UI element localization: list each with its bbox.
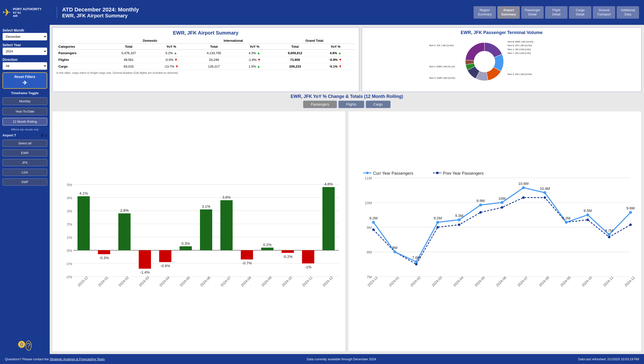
- bottom-chart-title: EWR, JFK YoY % Change & Totals (12 Month…: [52, 94, 642, 99]
- logo-text: PORT AUTHORITY NY NJ AIR: [13, 7, 42, 18]
- donut-label: Term 5: JFK 1.3M (13.4%): [429, 44, 454, 47]
- header: ✈ PORT AUTHORITY NY NJ AIR ATD December …: [0, 0, 644, 25]
- chart-tab-passengers[interactable]: Passengers: [303, 101, 337, 108]
- month-select[interactable]: December November October: [2, 33, 47, 40]
- x-axis-label: 2024-09: [260, 276, 272, 288]
- curr-dot: [629, 211, 632, 214]
- tab-flight-detail[interactable]: FlightDetail: [545, 6, 568, 19]
- bar-rect: [282, 250, 294, 253]
- tab-ground-transport[interactable]: GroundTransport: [593, 6, 615, 19]
- dom-total-cell: 83,016: [108, 63, 150, 70]
- arrow-down-icon: ▼: [258, 58, 261, 62]
- y-axis-label: 5%: [67, 183, 72, 187]
- tab-cargo-detail[interactable]: CargoDetail: [569, 6, 591, 19]
- table-row: Passengers 5,476,107 5.2% ▲ 4,133,705 4.…: [56, 50, 355, 56]
- x-axis-label: 2024-08: [240, 276, 252, 288]
- col-header-int-yoy: YoY %: [235, 44, 274, 50]
- gt-total-cell: 73,809: [274, 56, 316, 63]
- legend-dot: [366, 172, 368, 174]
- tab-passenger-detail[interactable]: PassengerDetail: [521, 6, 544, 19]
- curr-value-label: 9.2M: [370, 216, 378, 220]
- arrow-up-icon: ▲: [257, 64, 260, 68]
- filter-icons: ☰ ◇: [41, 134, 47, 137]
- filter-icon-1[interactable]: ☰: [41, 134, 44, 137]
- airport-select-all-button[interactable]: Select all: [2, 140, 47, 147]
- filter-icon-2[interactable]: ◇: [45, 134, 47, 137]
- header-title: ATD December 2024: Monthly EWR, JFK Airp…: [57, 6, 474, 19]
- gt-yoy-cell: -5.1% ▼: [316, 63, 355, 70]
- timeframe-monthly-button[interactable]: Monthly: [2, 98, 47, 105]
- y-axis-label: 3%: [67, 209, 72, 213]
- x-axis-label: 2023-12: [77, 276, 89, 288]
- airport-jfk-button[interactable]: JFK: [2, 159, 47, 166]
- footer-contact: Questions? Please contact the Strategic …: [5, 357, 105, 361]
- bar-rect: [180, 246, 192, 250]
- bar-rect: [200, 210, 212, 250]
- footer-last-refreshed: Data last refreshed: 2/1/2025 10:03:19 P…: [578, 357, 639, 361]
- sidebar: Select Month December November October S…: [0, 25, 50, 354]
- curr-value-label: 9.3M: [455, 214, 463, 218]
- x-axis-label: 2024-01: [97, 276, 109, 288]
- donut-card: EWR, JFK Passenger Terminal Volume Term …: [362, 27, 642, 92]
- bar-rect: [98, 250, 110, 254]
- y-axis-label: -1%: [66, 262, 72, 266]
- gt-yoy-cell: -0.9% ▼: [316, 56, 355, 63]
- x-axis-label: 2024-03: [431, 276, 443, 288]
- x-axis-label: 2024-10: [281, 276, 293, 288]
- curr-value-label: 8.7M: [605, 228, 613, 232]
- airport-lga-button[interactable]: LGA: [2, 169, 47, 176]
- line-chart-svg: 7M8M9M10M11M9.2M8M7.6M9.2M9.3M9.9M10M10.…: [351, 114, 639, 349]
- timeframe-ytd-button[interactable]: Year-To-Date: [2, 108, 47, 115]
- help-icon[interactable]: ⓿?: [2, 341, 47, 350]
- airport-filter-header: Airport T ☰ ◇: [2, 134, 47, 137]
- col-header-dom-yoy: YoY %: [150, 44, 193, 50]
- donut-label: Term A: EWR 1.5M (15.1%): [429, 65, 455, 68]
- direction-select[interactable]: All Domestic International: [2, 62, 47, 70]
- curr-dot: [522, 186, 525, 189]
- reset-filters-button[interactable]: Reset Filters ✈: [2, 72, 47, 89]
- summary-table-card: EWR, JFK Airport Summary Domestic Intern…: [52, 27, 359, 92]
- curr-value-label: 9.2M: [434, 216, 442, 220]
- timeframe-12month-button[interactable]: 12 Month Rolling: [2, 118, 47, 126]
- summary-table: Domestic International Grand Total Categ…: [56, 38, 355, 70]
- curr-value-label: 9.2M: [562, 216, 570, 220]
- tab-region-summary[interactable]: RegionSummary: [474, 6, 496, 19]
- dom-yoy-cell: 5.2% ▲: [150, 50, 193, 56]
- bar-label: -0.3%: [99, 256, 109, 260]
- airport-swf-button[interactable]: SWF: [2, 178, 47, 186]
- table-row: Flights 49,561 -0.5% ▼ 24,248 -1.8% ▼ 73…: [56, 56, 355, 63]
- nav-tabs: RegionSummary AirportSummary PassengerDe…: [474, 6, 639, 19]
- year-select[interactable]: 2024 2023 2022: [2, 48, 47, 55]
- bar-rect: [78, 196, 90, 250]
- y-axis-label: 7M: [367, 275, 372, 279]
- table-note: In this table, cargo refers to freight c…: [56, 71, 355, 74]
- x-axis-label: 2024-12: [322, 276, 334, 288]
- legend-label: Curr Year Passengers: [373, 171, 413, 176]
- arrow-down-icon: ▼: [339, 64, 342, 68]
- category-cell: Flights: [56, 56, 108, 63]
- footer-link[interactable]: Strategic Analysis & Forecasting Team: [50, 357, 105, 361]
- x-axis-label: 2024-04: [452, 276, 464, 288]
- col-header-dom-total: Total: [108, 44, 150, 50]
- airport-ewr-button[interactable]: EWR: [2, 149, 47, 156]
- tab-airport-summary[interactable]: AirportSummary: [498, 6, 520, 19]
- gt-total-cell: 209,233: [274, 63, 316, 70]
- chart-tab-cargo[interactable]: Cargo: [366, 101, 390, 108]
- donut-label: Term C: EWR 1.8M (18.5%): [429, 77, 455, 79]
- airport-filter-label: Airport T: [2, 134, 16, 137]
- curr-dot: [394, 250, 396, 254]
- prev-dot: [415, 263, 418, 265]
- x-axis-label: 2024-05: [179, 276, 191, 288]
- chart-tab-flights[interactable]: Flights: [338, 101, 364, 108]
- y-axis-label: 0%: [67, 249, 72, 253]
- bar-label: 2.8%: [120, 208, 129, 212]
- bar-rect: [139, 250, 151, 268]
- bar-label: 4.1%: [80, 191, 88, 195]
- arrow-down-icon: ▼: [174, 58, 178, 62]
- curr-dot: [565, 221, 568, 224]
- bar-chart-area: -2%-1%0%1%2%3%4%5%4.1%2023-12-0.3%2024-0…: [52, 111, 346, 352]
- tab-additional-data[interactable]: AdditionalData: [617, 6, 639, 19]
- logo-area: ✈ PORT AUTHORITY NY NJ AIR: [2, 7, 57, 18]
- select-year-label: Select Year: [2, 43, 47, 47]
- curr-dot: [372, 221, 375, 224]
